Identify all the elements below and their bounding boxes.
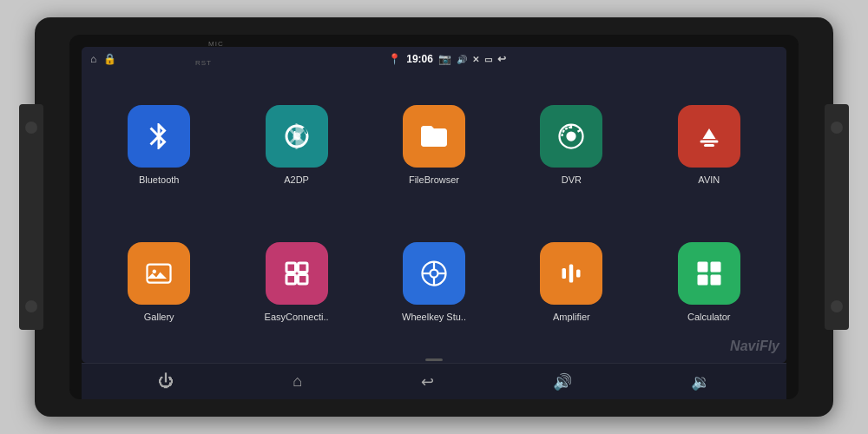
app-item-calculator[interactable]: Calculator [644, 217, 774, 347]
svg-point-18 [430, 270, 437, 278]
dvr-label: DVR [562, 174, 582, 185]
easyconnect-label: EasyConnecti.. [265, 312, 329, 322]
camera-icon: 📷 [438, 53, 451, 65]
mic-label: MIC [208, 40, 224, 48]
app-item-easyconnect[interactable]: EasyConnecti.. [231, 217, 361, 347]
app-item-dvr[interactable]: DVR [506, 80, 636, 210]
dvr-icon [540, 105, 602, 168]
svg-rect-23 [562, 268, 567, 279]
volume-icon: 🔊 [457, 55, 467, 64]
wheelkey-label: Wheelkey Stu.. [402, 312, 466, 322]
device-inner: MIC RST ⌂ 🔒 📍 19:06 📷 🔊 ✕ ▭ ↩ [69, 35, 799, 399]
svg-rect-28 [697, 275, 707, 286]
svg-rect-7 [148, 265, 171, 283]
bracket-left [19, 104, 43, 330]
wheelkey-icon [403, 242, 465, 305]
svg-point-2 [568, 133, 575, 141]
svg-rect-9 [286, 263, 296, 273]
svg-rect-10 [298, 263, 307, 273]
app-item-gallery[interactable]: Gallery [94, 217, 224, 347]
avin-label: AVIN [698, 174, 720, 185]
easyconnect-icon [266, 242, 328, 305]
window-icon[interactable]: ▭ [484, 55, 492, 64]
indicator-dot [425, 358, 443, 361]
location-icon: 📍 [388, 53, 401, 65]
gallery-icon [128, 242, 190, 305]
amplifier-icon [540, 242, 602, 305]
svg-rect-25 [576, 270, 581, 278]
nav-bar: ⏻ ⌂ ↩ 🔊 🔉 [82, 363, 786, 399]
app-item-wheelkey[interactable]: Wheelkey Stu.. [369, 217, 499, 347]
home-status-icon[interactable]: ⌂ [90, 53, 96, 65]
avin-icon [678, 105, 740, 168]
svg-rect-12 [298, 275, 307, 285]
status-bar: ⌂ 🔒 📍 19:06 📷 🔊 ✕ ▭ ↩ [82, 47, 786, 71]
nav-back-button[interactable]: ↩ [414, 369, 441, 395]
amplifier-label: Amplifier [553, 312, 590, 322]
nav-power-button[interactable]: ⏻ [151, 369, 181, 394]
app-item-avin[interactable]: AVIN [644, 80, 774, 210]
nav-volume-down-button[interactable]: 🔉 [684, 369, 717, 395]
screen: ⌂ 🔒 📍 19:06 📷 🔊 ✕ ▭ ↩ [82, 47, 786, 363]
svg-rect-24 [569, 265, 574, 283]
svg-rect-29 [710, 275, 720, 286]
app-item-amplifier[interactable]: Amplifier [506, 217, 636, 347]
rst-label: RST [195, 59, 212, 67]
app-item-filebrowser[interactable]: FileBrowser [369, 80, 499, 210]
a2dp-icon [266, 105, 328, 168]
bracket-right [825, 104, 849, 330]
filebrowser-label: FileBrowser [409, 174, 459, 185]
calculator-label: Calculator [687, 312, 731, 322]
svg-rect-11 [286, 275, 296, 285]
gallery-label: Gallery [144, 312, 174, 322]
status-center: 📍 19:06 📷 🔊 ✕ ▭ ↩ [388, 53, 506, 65]
nav-home-button[interactable]: ⌂ [286, 369, 309, 394]
back-status-icon[interactable]: ↩ [497, 53, 506, 65]
app-item-bluetooth[interactable]: Bluetooth [94, 80, 224, 210]
nav-volume-up-button[interactable]: 🔊 [546, 369, 579, 395]
svg-line-4 [578, 130, 582, 132]
svg-rect-5 [700, 141, 718, 143]
device-outer: MIC RST ⌂ 🔒 📍 19:06 📷 🔊 ✕ ▭ ↩ [35, 17, 833, 417]
lock-status-icon: 🔒 [103, 53, 116, 65]
app-item-a2dp[interactable]: A2DP [231, 80, 361, 210]
bluetooth-icon [128, 105, 190, 168]
bluetooth-label: Bluetooth [139, 174, 179, 185]
status-time: 19:06 [406, 53, 433, 65]
status-left: ⌂ 🔒 [90, 53, 116, 65]
svg-rect-26 [697, 262, 707, 273]
calculator-icon [678, 242, 740, 305]
screen-indicator [82, 356, 786, 363]
a2dp-label: A2DP [284, 174, 309, 185]
svg-rect-6 [704, 144, 714, 147]
svg-point-8 [153, 270, 157, 274]
app-grid: Bluetooth A2DP [82, 71, 786, 356]
close-icon[interactable]: ✕ [472, 55, 479, 64]
svg-rect-27 [710, 262, 720, 273]
filebrowser-icon [403, 105, 465, 168]
